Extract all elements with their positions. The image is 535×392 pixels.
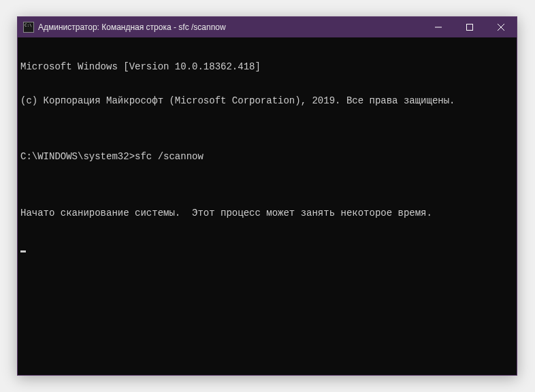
close-icon (498, 24, 504, 31)
cursor (20, 241, 514, 252)
cmd-icon (23, 22, 34, 33)
terminal-output[interactable]: Microsoft Windows [Version 10.0.18362.41… (18, 37, 517, 375)
prompt-line: C:\WINDOWS\system32>sfc /scannow (20, 151, 514, 163)
version-line: Microsoft Windows [Version 10.0.18362.41… (20, 61, 514, 73)
copyright-line: (c) Корпорация Майкрософт (Microsoft Cor… (20, 95, 514, 107)
status-line: Начато сканирование системы. Этот процес… (20, 208, 514, 219)
maximize-button[interactable] (454, 17, 485, 37)
minimize-icon (435, 24, 442, 31)
svg-rect-1 (467, 24, 473, 31)
window-controls (423, 17, 517, 37)
close-button[interactable] (485, 17, 517, 37)
maximize-icon (466, 24, 473, 31)
prompt-text: C:\WINDOWS\system32> (20, 151, 135, 163)
window-title: Администратор: Командная строка - sfc /s… (38, 22, 423, 32)
titlebar[interactable]: Администратор: Командная строка - sfc /s… (18, 17, 517, 37)
cmd-window: Администратор: Командная строка - sfc /s… (17, 16, 517, 376)
minimize-button[interactable] (423, 17, 454, 37)
command-text: sfc /scannow (135, 151, 204, 163)
